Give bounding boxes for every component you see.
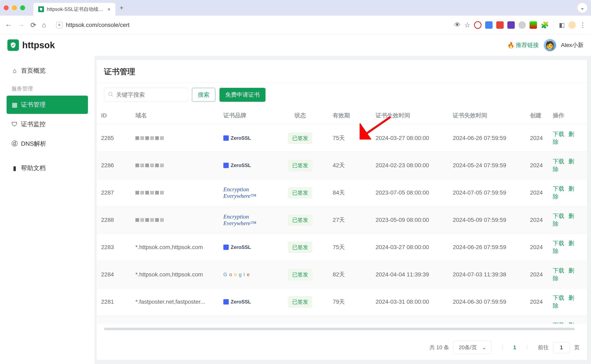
prev-page-button[interactable]: 〈: [496, 342, 506, 353]
extension-icon[interactable]: [530, 21, 537, 29]
download-link[interactable]: 下载: [553, 158, 564, 165]
cell-id: 2284: [97, 261, 131, 288]
table-row[interactable]: 2284*.httpsok.com,httpsok.comGoogle已签发82…: [97, 261, 587, 288]
cell-start: 2024-02-23 08:00:00: [371, 152, 448, 179]
table-row[interactable]: 2287Encryption Everywhere™已签发84天2023-07-…: [97, 179, 587, 206]
close-window-button[interactable]: [4, 5, 9, 10]
cell-id: 2281: [97, 288, 131, 316]
cell-domain: [131, 152, 219, 179]
avatar[interactable]: 🧑: [544, 39, 556, 51]
cell-id: 2288: [97, 206, 131, 234]
cell-brand: ZeroSSL: [219, 124, 273, 152]
cell-create: 2024: [525, 288, 548, 316]
sidebar-item-dns[interactable]: ⓓ DNS解析: [7, 135, 88, 153]
tab-overflow-button[interactable]: ⌄: [578, 3, 587, 13]
horizontal-scrollbar[interactable]: [104, 328, 579, 333]
search-input[interactable]: [116, 91, 190, 98]
table-row[interactable]: 2288Encryption Everywhere™已签发27天2023-05-…: [97, 206, 587, 234]
table-row[interactable]: 2285ZeroSSL已签发75天2024-03-27 08:00:002024…: [97, 124, 587, 152]
profile-avatar[interactable]: [568, 21, 576, 29]
tab-title: httpsok-SSL证书自动续期|长: [47, 6, 105, 13]
cell-brand: ZeroSSL: [219, 288, 273, 316]
page-size-select[interactable]: 20条/页 ⌄: [454, 341, 491, 354]
home-button[interactable]: ⌂: [42, 21, 46, 29]
download-link[interactable]: 下载: [553, 322, 564, 324]
logo[interactable]: httpsok: [7, 39, 55, 51]
next-page-button[interactable]: 〉: [523, 342, 533, 353]
pagination: 共 10 条 20条/页 ⌄ 〈 1 〉 前往 页: [97, 338, 587, 360]
extension-icon[interactable]: [518, 21, 526, 29]
cell-id: 2286: [97, 152, 131, 179]
cell-domain: *.httpsok.com,httpsok.com: [131, 234, 219, 261]
download-link[interactable]: 下载: [553, 185, 564, 192]
reload-button[interactable]: ⟳: [30, 21, 36, 29]
cell-end: 2024-05-09 07:59:59: [448, 206, 525, 234]
url-text: httpsok.com/console/cert: [66, 22, 130, 28]
cell-action: 下载删除: [548, 288, 587, 316]
site-info-icon[interactable]: ≡: [56, 22, 63, 28]
extension-icon[interactable]: [507, 21, 515, 29]
chevron-down-icon: ⌄: [482, 344, 486, 351]
svg-point-1: [109, 92, 112, 96]
sidebar-item-overview[interactable]: ⌂ 首页概览: [7, 62, 88, 80]
cell-start: 2024-03-27 08:00:00: [371, 124, 448, 152]
cell-id: 2282: [97, 316, 131, 324]
sidebar-label: 证书管理: [21, 101, 46, 109]
extension-icon[interactable]: [474, 21, 482, 29]
table-row[interactable]: 2286ZeroSSL已签发42天2024-02-23 08:00:002024…: [97, 152, 587, 179]
sidebar-item-cert-monitor[interactable]: 🛡 证书监控: [7, 115, 88, 133]
new-tab-button[interactable]: +: [120, 4, 123, 12]
cell-domain: [131, 124, 219, 152]
search-field[interactable]: [104, 88, 188, 102]
download-link[interactable]: 下载: [553, 267, 564, 274]
table-row[interactable]: 2282ZeroSSL已签发76天2024-03-28 08:00:002024…: [97, 316, 587, 324]
download-link[interactable]: 下载: [553, 213, 564, 219]
back-button[interactable]: ←: [5, 21, 12, 29]
extension-icon[interactable]: [496, 21, 504, 29]
cert-table: ID 域名 证书品牌 状态 有效期 证书生效时间 证书失效时间 创建 操作 22…: [97, 107, 587, 324]
col-action: 操作: [548, 107, 587, 124]
cell-valid: 76天: [328, 316, 371, 324]
search-button[interactable]: 搜索: [192, 88, 215, 102]
goto-input[interactable]: [553, 342, 570, 353]
col-status: 状态: [273, 107, 328, 124]
cell-action: 下载删除: [548, 316, 587, 324]
extension-icon[interactable]: [485, 21, 493, 29]
browser-tab[interactable]: httpsok-SSL证书自动续期|长 ×: [33, 3, 115, 16]
table-row[interactable]: 2283*.httpsok.com,httpsok.comZeroSSL已签发7…: [97, 234, 587, 261]
table-row[interactable]: 2281*.fastposter.net,fastposter...ZeroSS…: [97, 288, 587, 316]
page-number[interactable]: 1: [511, 343, 519, 352]
forward-button[interactable]: →: [18, 21, 25, 29]
col-domain: 域名: [131, 107, 219, 124]
cell-id: 2287: [97, 179, 131, 206]
side-panel-icon[interactable]: ◧: [559, 21, 565, 28]
home-icon: ⌂: [12, 68, 18, 74]
cell-brand: Encryption Everywhere™: [219, 179, 273, 206]
download-link[interactable]: 下载: [553, 131, 564, 137]
sidebar-item-cert-manage[interactable]: ▦ 证书管理: [7, 96, 88, 114]
sidebar: ⌂ 首页概览 服务管理 ▦ 证书管理 🛡 证书监控 ⓓ DNS解析 ▮ 帮助文档: [0, 56, 94, 364]
cell-status: 已签发: [273, 152, 328, 179]
total-label: 共 10 条: [430, 344, 449, 351]
page-title: 证书管理: [97, 60, 587, 83]
apply-cert-button[interactable]: 免费申请证书: [220, 88, 266, 102]
cell-end: 2024-07-03 11:39:38: [448, 261, 525, 288]
minimize-window-button[interactable]: [12, 5, 17, 10]
sidebar-item-help[interactable]: ▮ 帮助文档: [7, 159, 88, 177]
cell-brand: ZeroSSL: [219, 316, 273, 324]
maximize-window-button[interactable]: [20, 5, 25, 10]
download-link[interactable]: 下载: [553, 295, 564, 301]
recommend-link[interactable]: 🔥 推荐链接: [507, 41, 539, 49]
address-bar[interactable]: ≡ httpsok.com/console/cert: [56, 22, 448, 28]
incognito-icon[interactable]: 👁: [454, 21, 461, 29]
cell-create: 2024: [525, 206, 548, 234]
download-link[interactable]: 下载: [553, 240, 564, 247]
tab-close-icon[interactable]: ×: [107, 6, 111, 13]
chrome-menu-icon[interactable]: ⋮: [579, 21, 586, 29]
bookmark-icon[interactable]: ☆: [464, 21, 470, 29]
cell-start: 2023-05-09 08:00:00: [371, 206, 448, 234]
logo-text: httpsok: [22, 40, 55, 50]
cell-create: 2024: [525, 234, 548, 261]
dns-icon: ⓓ: [12, 141, 18, 147]
extensions-menu-icon[interactable]: 🧩: [541, 21, 549, 29]
